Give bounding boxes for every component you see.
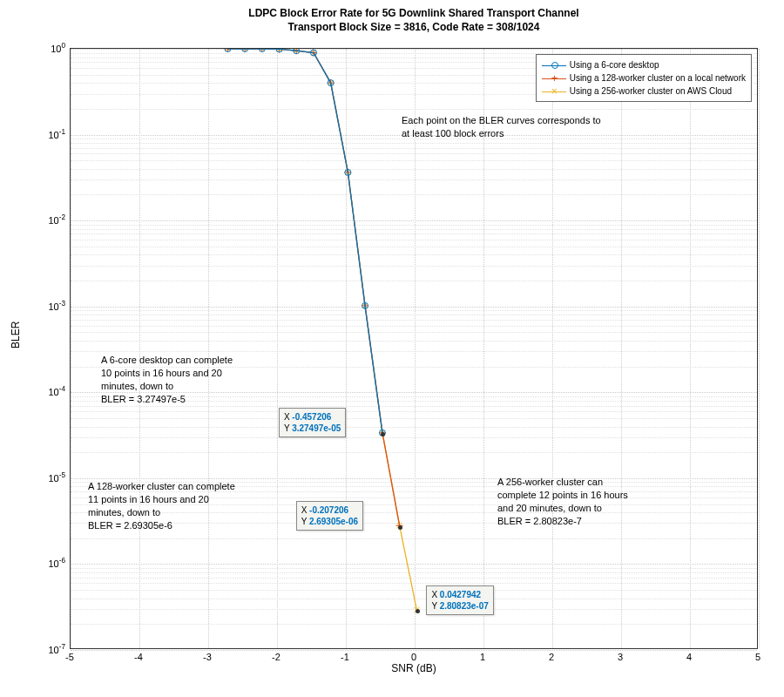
legend-item-aws[interactable]: × Using a 256-worker cluster on AWS Clou… <box>542 85 746 98</box>
y-minor-gridline <box>71 148 757 149</box>
y-tick-label: 10-4 <box>22 385 65 397</box>
datatip-point-icon <box>398 525 402 530</box>
y-minor-gridline <box>71 411 757 412</box>
legend[interactable]: Using a 6-core desktop + Using a 128-wor… <box>536 54 752 102</box>
y-tick-label: 10-1 <box>22 128 65 140</box>
y-tick-label: 10-6 <box>22 557 65 569</box>
x-gridline <box>759 49 760 648</box>
y-minor-gridline <box>71 452 757 453</box>
y-minor-gridline <box>71 225 757 226</box>
annotation-top-note: Each point on the BLER curves correspond… <box>402 114 601 140</box>
y-minor-gridline <box>71 418 757 419</box>
y-minor-gridline <box>71 351 757 352</box>
series-line <box>227 49 399 525</box>
datatip-point-icon <box>416 609 420 613</box>
x-tick-label: 3 <box>607 652 633 662</box>
chart-title: LDPC Block Error Rate for 5G Downlink Sh… <box>70 7 758 34</box>
datatip-point-icon <box>381 432 385 436</box>
y-tick-label: 10-2 <box>22 213 65 226</box>
y-minor-gridline <box>71 254 757 255</box>
x-tick-label: 5 <box>745 652 771 662</box>
y-minor-gridline <box>71 590 757 591</box>
y-minor-gridline <box>71 315 757 315</box>
title-line-2: Transport Block Size = 3816, Code Rate =… <box>70 21 758 35</box>
datatip-desktop[interactable]: X -0.457206 Y 3.27497e-05 <box>279 408 346 437</box>
x-gridline <box>139 49 140 648</box>
x-gridline <box>71 49 71 648</box>
y-minor-gridline <box>71 109 757 110</box>
y-minor-gridline <box>71 406 757 407</box>
y-minor-gridline <box>71 320 757 321</box>
plot-axes[interactable]: Using a 6-core desktop + Using a 128-wor… <box>70 48 758 649</box>
x-tick-label: -3 <box>194 652 220 662</box>
y-minor-gridline <box>71 169 757 170</box>
y-tick-label: 10-3 <box>22 300 65 312</box>
datatip-local[interactable]: X -0.207206 Y 2.69305e-06 <box>296 501 363 531</box>
y-minor-gridline <box>71 179 757 180</box>
legend-label-desktop: Using a 6-core desktop <box>570 58 659 71</box>
x-tick-label: 4 <box>676 652 702 662</box>
figure-window: LDPC Block Error Rate for 5G Downlink Sh… <box>0 0 784 697</box>
y-minor-gridline <box>71 624 757 625</box>
y-minor-gridline <box>71 233 757 234</box>
y-gridline <box>71 49 757 50</box>
x-tick-label: -4 <box>125 652 152 662</box>
y-gridline <box>71 220 757 221</box>
y-minor-gridline <box>71 326 757 327</box>
y-minor-gridline <box>71 266 757 267</box>
y-minor-gridline <box>71 240 757 240</box>
x-tick-label: 1 <box>470 652 496 662</box>
x-gridline <box>277 49 278 648</box>
x-tick-label: 2 <box>538 652 564 662</box>
legend-item-local[interactable]: + Using a 128-worker cluster on a local … <box>542 71 746 85</box>
x-tick-label: -1 <box>332 652 358 662</box>
series-line <box>227 49 382 433</box>
y-minor-gridline <box>71 143 757 144</box>
legend-swatch-desktop <box>542 61 566 70</box>
y-minor-gridline <box>71 583 757 584</box>
y-gridline <box>71 564 757 565</box>
legend-swatch-aws: × <box>542 87 566 96</box>
x-tick-label: 0 <box>401 652 427 662</box>
y-minor-gridline <box>71 310 757 311</box>
annotation-desktop: A 6-core desktop can complete 10 points … <box>101 354 233 405</box>
annotation-aws: A 256-worker cluster can complete 12 poi… <box>497 476 628 527</box>
y-minor-gridline <box>71 437 757 438</box>
y-minor-gridline <box>71 332 757 333</box>
y-minor-gridline <box>71 229 757 230</box>
y-minor-gridline <box>71 427 757 428</box>
y-gridline <box>71 478 757 479</box>
y-minor-gridline <box>71 538 757 539</box>
title-line-1: LDPC Block Error Rate for 5G Downlink Sh… <box>70 7 758 21</box>
y-axis-label: BLER <box>10 321 22 348</box>
y-minor-gridline <box>71 599 757 599</box>
y-minor-gridline <box>71 609 757 610</box>
y-minor-gridline <box>71 281 757 281</box>
y-minor-gridline <box>71 160 757 161</box>
legend-label-local: Using a 128-worker cluster on a local ne… <box>570 71 746 85</box>
x-tick-label: -2 <box>263 652 289 662</box>
x-gridline <box>690 49 691 648</box>
y-minor-gridline <box>71 341 757 342</box>
y-minor-gridline <box>71 194 757 195</box>
x-axis-label: SNR (dB) <box>70 662 758 674</box>
y-minor-gridline <box>71 247 757 247</box>
legend-swatch-local: + <box>542 74 566 83</box>
legend-label-aws: Using a 256-worker cluster on AWS Cloud <box>570 85 732 98</box>
y-minor-gridline <box>71 568 757 569</box>
legend-item-desktop[interactable]: Using a 6-core desktop <box>542 58 746 71</box>
y-tick-label: 10-5 <box>22 471 65 484</box>
y-gridline <box>71 307 757 308</box>
y-minor-gridline <box>71 572 757 573</box>
y-gridline <box>71 650 757 651</box>
y-minor-gridline <box>71 153 757 154</box>
y-tick-label: 10-7 <box>22 643 65 655</box>
y-minor-gridline <box>71 578 757 579</box>
annotation-local: A 128-worker cluster can complete 11 poi… <box>88 480 235 531</box>
y-tick-label: 100 <box>22 42 65 54</box>
x-gridline <box>346 49 347 648</box>
x-gridline <box>621 49 622 648</box>
x-gridline <box>208 49 209 648</box>
datatip-aws[interactable]: X 0.0427942 Y 2.80823e-07 <box>426 585 493 615</box>
